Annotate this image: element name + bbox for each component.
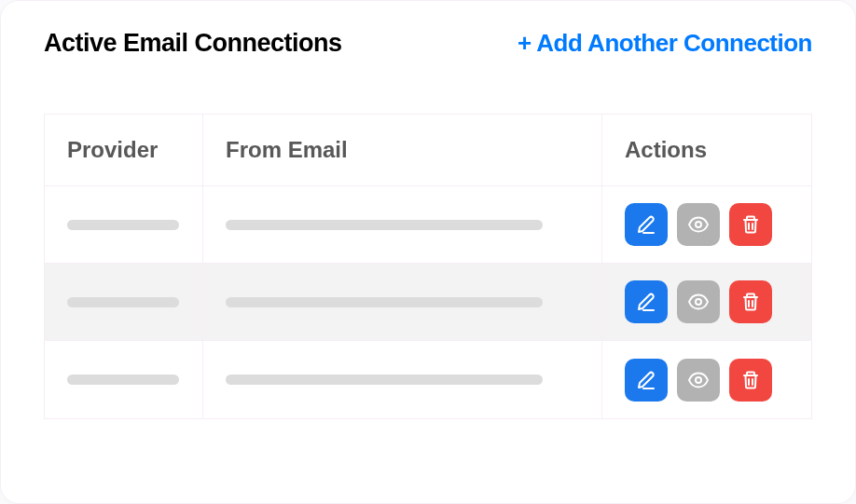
cell-provider (45, 186, 203, 263)
svg-point-1 (696, 222, 701, 227)
column-header-provider: Provider (45, 115, 203, 185)
view-button[interactable] (677, 203, 720, 246)
connections-table: Provider From Email Actions (44, 114, 812, 419)
skeleton-placeholder (67, 297, 179, 307)
column-header-from-email: From Email (203, 115, 602, 185)
delete-button[interactable] (729, 280, 772, 323)
cell-provider (45, 341, 203, 418)
eye-icon (687, 213, 710, 236)
page-title: Active Email Connections (44, 29, 342, 58)
card-header: Active Email Connections + Add Another C… (44, 29, 812, 58)
eye-icon (687, 291, 710, 313)
skeleton-placeholder (226, 220, 543, 230)
cell-from-email (203, 186, 602, 263)
action-buttons (625, 203, 772, 246)
pencil-icon (635, 369, 657, 391)
skeleton-placeholder (226, 297, 543, 307)
edit-button[interactable] (625, 203, 668, 246)
cell-actions (602, 264, 811, 340)
cell-from-email (203, 341, 602, 418)
email-connections-card: Active Email Connections + Add Another C… (0, 0, 856, 504)
action-buttons (625, 359, 772, 402)
table-row (45, 264, 811, 341)
table-header-row: Provider From Email Actions (45, 115, 811, 186)
eye-icon (687, 369, 710, 391)
skeleton-placeholder (67, 375, 179, 385)
trash-icon (739, 291, 762, 313)
skeleton-placeholder (67, 220, 179, 230)
trash-icon (739, 369, 762, 391)
cell-actions (602, 186, 811, 263)
edit-button[interactable] (625, 280, 668, 323)
cell-provider (45, 264, 203, 340)
cell-actions (602, 341, 811, 418)
action-buttons (625, 280, 772, 323)
edit-button[interactable] (625, 359, 668, 402)
add-connection-link[interactable]: + Add Another Connection (518, 29, 812, 58)
table-row (45, 186, 811, 264)
pencil-icon (635, 291, 657, 313)
delete-button[interactable] (729, 359, 772, 402)
skeleton-placeholder (226, 375, 543, 385)
svg-point-5 (696, 299, 701, 305)
column-header-actions: Actions (602, 115, 811, 185)
table-row (45, 341, 811, 418)
delete-button[interactable] (729, 203, 772, 246)
view-button[interactable] (677, 359, 720, 402)
svg-point-9 (696, 377, 701, 383)
trash-icon (739, 213, 762, 236)
cell-from-email (203, 264, 602, 340)
view-button[interactable] (677, 280, 720, 323)
pencil-icon (635, 213, 657, 236)
